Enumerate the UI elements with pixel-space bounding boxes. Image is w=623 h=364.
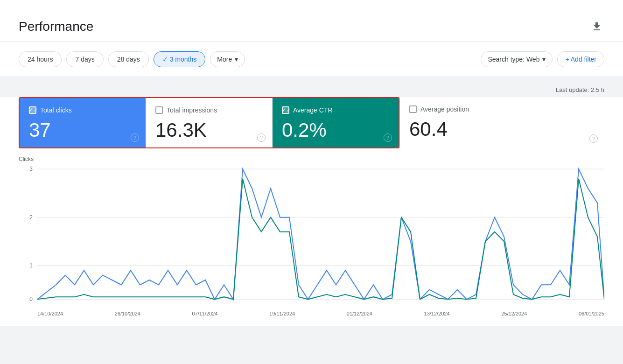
average-position-checkbox[interactable] [409, 105, 417, 113]
main-area: Last update: 2.5 h [0, 77, 623, 97]
metrics-highlighted: ✓ Total clicks 37 ? Total impressions 16… [19, 97, 399, 148]
metric-label-row-2: Total impressions [155, 106, 263, 114]
total-clicks-help-icon[interactable]: ? [131, 133, 139, 142]
x-label-3: 07/11/2024 [192, 311, 217, 316]
checkmark-icon: ✓ [162, 56, 170, 63]
metric-label-row-3: ✓ Average CTR [282, 106, 389, 114]
average-position-label: Average position [420, 105, 469, 113]
x-label-2: 26/10/2024 [115, 311, 140, 316]
total-clicks-card[interactable]: ✓ Total clicks 37 ? [20, 98, 146, 147]
x-label-1: 14/10/2024 [37, 311, 63, 316]
header: Performance [0, 0, 623, 42]
average-ctr-card[interactable]: ✓ Average CTR 0.2% ? [273, 98, 399, 147]
search-type-button[interactable]: Search type: Web ▾ [481, 51, 553, 67]
x-label-8: 06/01/2025 [579, 311, 604, 316]
total-clicks-value: 37 [29, 119, 136, 141]
total-clicks-checkbox[interactable]: ✓ [29, 106, 36, 114]
average-position-card[interactable]: Average position 60.4 ? [400, 97, 604, 148]
svg-text:0: 0 [29, 296, 33, 302]
svg-text:1: 1 [29, 262, 33, 269]
filter-3m-button[interactable]: ✓ 3 months [154, 51, 205, 67]
filter-right: Search type: Web ▾ + Add filter [481, 51, 604, 67]
average-position-help-icon[interactable]: ? [589, 134, 598, 143]
page-title: Performance [19, 19, 93, 42]
chart-y-label: Clicks [19, 156, 604, 162]
total-impressions-card[interactable]: Total impressions 16.3K ? [146, 98, 272, 147]
filter-more-button[interactable]: More ▾ [210, 51, 245, 67]
filter-24h-button[interactable]: 24 hours [19, 51, 62, 67]
chart-area: Clicks 3 2 1 0 14/10/2024 [0, 148, 623, 326]
x-label-6: 13/12/2024 [424, 311, 450, 316]
filter-28d-button[interactable]: 28 days [108, 51, 149, 67]
metric-label-row-4: Average position [409, 105, 595, 113]
total-clicks-label: Total clicks [40, 106, 72, 114]
average-position-value: 60.4 [409, 119, 595, 140]
download-icon [591, 21, 602, 32]
total-impressions-value: 16.3K [155, 119, 263, 141]
x-label-5: 01/12/2024 [347, 311, 372, 316]
download-button[interactable] [589, 19, 604, 34]
x-label-4: 19/11/2024 [269, 311, 295, 316]
average-ctr-value: 0.2% [282, 119, 389, 141]
metric-label-row: ✓ Total clicks [29, 106, 136, 114]
svg-text:3: 3 [29, 166, 33, 172]
total-impressions-help-icon[interactable]: ? [257, 133, 266, 142]
chevron-down-icon: ▾ [542, 56, 546, 63]
add-filter-button[interactable]: + Add filter [557, 51, 604, 67]
average-ctr-help-icon[interactable]: ? [384, 133, 392, 142]
average-ctr-label: Average CTR [293, 106, 333, 114]
svg-text:2: 2 [29, 214, 33, 221]
chevron-down-icon: ▾ [235, 56, 238, 63]
average-ctr-checkbox[interactable]: ✓ [282, 106, 289, 114]
last-update: Last update: 2.5 h [19, 86, 604, 97]
total-impressions-checkbox[interactable] [155, 106, 163, 114]
filters-bar: 24 hours 7 days 28 days ✓ 3 months More … [0, 42, 623, 77]
metrics-row: ✓ Total clicks 37 ? Total impressions 16… [0, 97, 623, 148]
total-impressions-label: Total impressions [167, 106, 217, 114]
x-label-7: 25/12/2024 [501, 311, 527, 316]
header-actions [589, 19, 604, 42]
performance-chart: 3 2 1 0 [19, 164, 604, 309]
x-axis-labels: 14/10/2024 26/10/2024 07/11/2024 19/11/2… [19, 309, 604, 316]
filter-7d-button[interactable]: 7 days [66, 51, 103, 67]
chart-wrapper: 3 2 1 0 [19, 164, 604, 309]
